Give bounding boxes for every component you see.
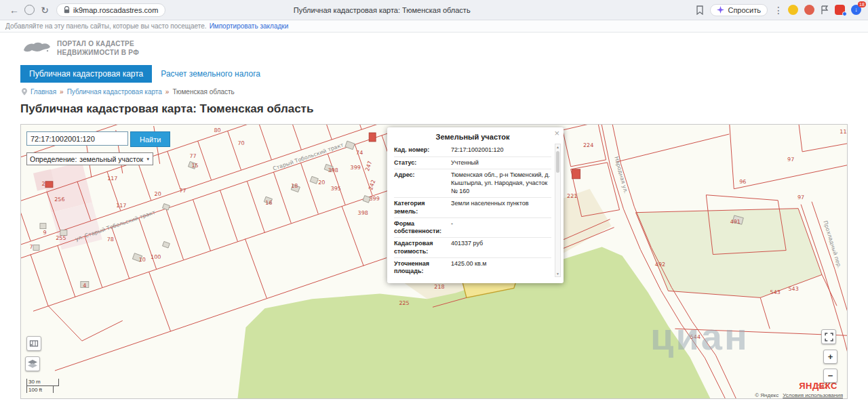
extension-badge-dot: [842, 12, 847, 16]
object-type-value: земельный участок: [79, 155, 143, 163]
menu-dots-icon[interactable]: ⋮: [774, 5, 782, 16]
logo-line-2: НЕДВИЖИМОСТИ В РФ: [57, 48, 139, 57]
browser-actions: Спросить ⋮ ↓ 18: [696, 4, 861, 16]
parcel-info-popup: × Земельный участок Кад. номер:72:17:100…: [387, 127, 564, 283]
copyright-text: © Яндекс: [755, 392, 778, 398]
breadcrumb-map[interactable]: Публичная кадастровая карта: [67, 88, 162, 96]
downloads-count-badge: 18: [858, 1, 866, 7]
popup-scrollbar[interactable]: ▲ ▼: [555, 144, 561, 277]
cadastral-search: Найти: [26, 131, 170, 147]
popup-rows: Кад. номер:72:17:1002001:120Статус:Учтен…: [394, 144, 551, 277]
scale-metric: 30 m: [28, 379, 41, 385]
layers-button[interactable]: [25, 356, 40, 371]
popup-row: Кадастровая стоимость:401337 руб: [394, 237, 551, 257]
measure-icon: [29, 339, 39, 348]
breadcrumb-home[interactable]: Главная: [31, 88, 56, 96]
pin-icon: [22, 88, 27, 96]
svg-text:399: 399: [370, 196, 380, 202]
tab-land-tax-calc[interactable]: Расчет земельного налога: [152, 65, 269, 83]
popup-row: Форма собственности:-: [394, 217, 551, 238]
popup-close-button[interactable]: ×: [554, 128, 559, 138]
popup-row: Адрес:Тюменская обл., р-н Тюменский, д. …: [394, 169, 551, 197]
map-scale: 30 m 100 ft: [26, 379, 59, 393]
svg-text:492: 492: [655, 262, 665, 268]
svg-text:77: 77: [180, 188, 186, 194]
fullscreen-icon: [825, 333, 833, 341]
bookmarks-bar: Добавляйте на эту панель сайты, которые …: [0, 20, 868, 33]
svg-text:16: 16: [265, 200, 272, 206]
sparkle-icon: [717, 6, 724, 14]
scroll-up-icon[interactable]: ▲: [555, 144, 560, 150]
scrollbar-thumb[interactable]: [556, 151, 559, 173]
layers-icon: [27, 359, 38, 369]
svg-text:543: 543: [770, 289, 781, 295]
popup-title: Земельный участок: [394, 133, 551, 141]
site-logo-text: ПОРТАЛ О КАДАСТРЕ НЕДВИЖИМОСТИ В РФ: [57, 39, 139, 57]
refresh-icon[interactable]: ↻: [37, 5, 52, 16]
fullscreen-button[interactable]: [821, 329, 836, 344]
popup-row: Статус:Учтенный: [394, 156, 551, 169]
sidebar-ring-icon[interactable]: [24, 5, 35, 15]
svg-text:15: 15: [192, 163, 199, 169]
svg-text:395: 395: [331, 186, 341, 192]
address-bar[interactable]: ik9map.roscadastres.com: [56, 3, 165, 17]
svg-text:398: 398: [358, 210, 368, 216]
import-bookmarks-link[interactable]: Импортировать закладки: [210, 22, 289, 30]
svg-text:Народная ул.: Народная ул.: [613, 156, 629, 194]
url-text: ik9map.roscadastres.com: [73, 6, 158, 14]
svg-text:117: 117: [116, 203, 126, 209]
shield-extension-icon[interactable]: [835, 5, 845, 15]
tab-title: Публичная кадастровая карта: Тюменская о…: [294, 6, 471, 14]
extension-yellow-icon[interactable]: [788, 5, 798, 15]
svg-text:9: 9: [43, 230, 46, 236]
scale-imperial: 100 ft: [28, 387, 42, 393]
scroll-down-icon[interactable]: ▼: [555, 271, 560, 276]
caret-down-icon: ▼: [146, 157, 150, 161]
screen: ← ↻ ik9map.roscadastres.com Публичная ка…: [0, 0, 868, 399]
svg-text:242: 242: [368, 179, 376, 190]
search-button[interactable]: Найти: [130, 131, 170, 147]
svg-text:255: 255: [56, 235, 66, 241]
bookmark-icon[interactable]: [696, 5, 704, 15]
svg-text:77: 77: [190, 153, 197, 159]
search-input[interactable]: [26, 131, 128, 146]
map-canvas[interactable]: Старый Тобольский трактул. Старый Тоболь…: [20, 124, 848, 399]
svg-text:18: 18: [291, 183, 298, 189]
breadcrumb-current: Тюменская область: [172, 88, 234, 96]
svg-text:74: 74: [356, 150, 363, 156]
ask-ai-button[interactable]: Спросить: [710, 4, 768, 16]
svg-text:224: 224: [583, 142, 593, 148]
ask-ai-label: Спросить: [728, 6, 761, 14]
downloads-icon[interactable]: ↓ 18: [851, 5, 861, 15]
object-type-label: Определение:: [30, 155, 77, 163]
svg-text:20: 20: [318, 180, 325, 186]
measure-tool-button[interactable]: [26, 336, 41, 351]
browser-toolbar: ← ↻ ik9map.roscadastres.com Публичная ка…: [0, 0, 868, 20]
object-type-select[interactable]: Определение: земельный участок ▼: [26, 152, 153, 165]
svg-text:7: 7: [29, 244, 33, 250]
site-tabs: Публичная кадастровая карта Расчет земел…: [20, 65, 868, 83]
page-title: Публичная кадастровая карта: Тюменская о…: [20, 102, 848, 116]
tab-public-cadastral-map[interactable]: Публичная кадастровая карта: [20, 65, 152, 83]
breadcrumb: Главная » Публичная кадастровая карта » …: [22, 88, 868, 96]
svg-text:543: 543: [789, 286, 799, 292]
map-attribution: © Яндекс Условия использования: [755, 392, 843, 398]
svg-text:97: 97: [797, 194, 804, 201]
terms-of-use-link[interactable]: Условия использования: [783, 392, 843, 398]
logo-line-1: ПОРТАЛ О КАДАСТРЕ: [57, 39, 139, 48]
svg-text:544: 544: [690, 334, 701, 340]
zoom-in-button[interactable]: +: [823, 350, 837, 364]
svg-text:225: 225: [399, 300, 409, 306]
profile-avatar-icon[interactable]: [804, 5, 814, 15]
site-logo[interactable]: ПОРТАЛ О КАДАСТРЕ НЕДВИЖИМОСТИ В РФ: [23, 39, 868, 57]
page-content: ПОРТАЛ О КАДАСТРЕ НЕДВИЖИМОСТИ В РФ Публ…: [0, 39, 868, 399]
back-icon[interactable]: ←: [7, 5, 22, 16]
breadcrumb-separator: »: [60, 88, 64, 96]
svg-text:2: 2: [41, 181, 45, 187]
svg-text:4: 4: [83, 283, 86, 289]
svg-text:100: 100: [151, 254, 161, 260]
svg-text:20: 20: [155, 191, 161, 197]
flag-extension-icon[interactable]: [821, 5, 829, 15]
breadcrumb-separator: »: [165, 88, 170, 96]
zoom-out-button[interactable]: −: [823, 369, 837, 383]
